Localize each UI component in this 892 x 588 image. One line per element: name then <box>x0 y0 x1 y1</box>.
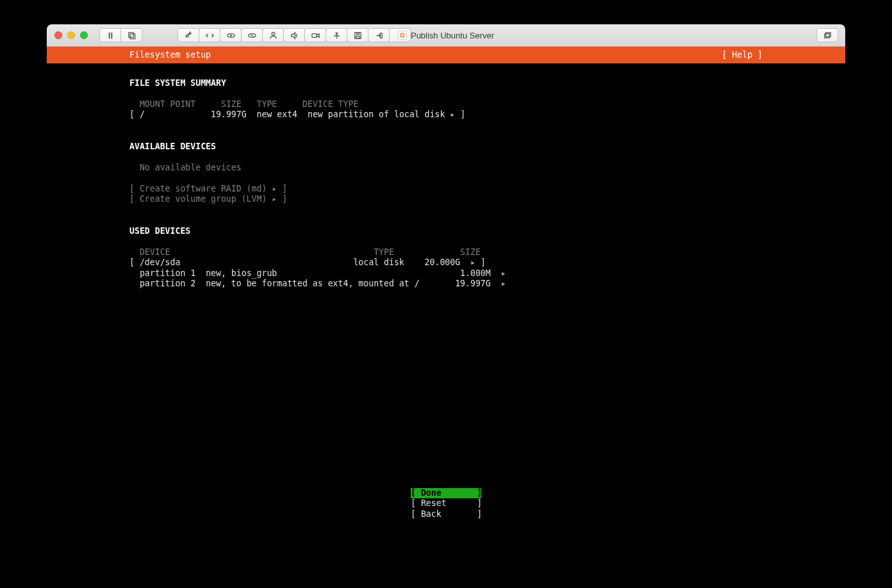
fullscreen-window-button[interactable] <box>80 31 88 39</box>
wrench-icon[interactable] <box>178 28 199 42</box>
col-devtype: DEVICE TYPE <box>302 99 358 109</box>
svg-rect-7 <box>356 36 359 38</box>
svg-rect-4 <box>311 33 317 37</box>
col-type: TYPE <box>257 99 277 109</box>
close-window-button[interactable] <box>54 31 62 39</box>
used-heading: USED DEVICES <box>129 226 190 236</box>
floppy-icon[interactable] <box>347 28 368 42</box>
code-icon[interactable] <box>199 28 220 42</box>
installer-content: FILE SYSTEM SUMMARY MOUNT POINT SIZE TYP… <box>47 63 845 290</box>
used-row-part2[interactable]: partition 2 new, to be formatted as ext4… <box>129 279 506 288</box>
used-row-sda[interactable]: [ /dev/sda local disk 20.000G ▸ ] <box>129 257 486 267</box>
disk2-icon[interactable] <box>241 28 263 42</box>
disk-icon[interactable] <box>220 28 242 42</box>
available-heading: AVAILABLE DEVICES <box>129 142 216 151</box>
vm-window: ⊡ Publish Ubuntu Server Filesystem setup… <box>47 24 845 527</box>
toolbar-group-pause <box>99 28 142 42</box>
usb-icon[interactable] <box>326 28 347 42</box>
used-row-part1[interactable]: partition 1 new, bios_grub 1.000M ▸ <box>129 268 506 278</box>
terminal[interactable]: Filesystem setup [ Help ] FILE SYSTEM SU… <box>47 47 845 527</box>
col-size2: SIZE <box>460 247 481 257</box>
svg-point-2 <box>230 35 231 36</box>
svg-rect-6 <box>356 32 359 34</box>
fs-summary-heading: FILE SYSTEM SUMMARY <box>129 78 226 88</box>
svg-rect-8 <box>380 33 382 38</box>
window-title: ⊡ Publish Ubuntu Server <box>398 31 494 40</box>
camera-icon[interactable] <box>304 28 326 42</box>
col-type2: TYPE <box>374 247 394 257</box>
installer-title: Filesystem setup <box>129 50 211 61</box>
titlebar: ⊡ Publish Ubuntu Server <box>47 24 845 47</box>
window-title-text: Publish Ubuntu Server <box>411 31 494 40</box>
svg-rect-1 <box>130 34 135 39</box>
no-devices: No available devices <box>140 163 242 172</box>
col-device: DEVICE <box>140 247 170 257</box>
svg-rect-9 <box>824 33 829 38</box>
traffic-lights <box>54 31 88 39</box>
pause-button[interactable] <box>99 28 121 42</box>
user-icon[interactable] <box>262 28 284 42</box>
col-mount: MOUNT POINT <box>140 99 195 109</box>
reset-button[interactable]: [ Reset ] <box>411 498 481 509</box>
multiwindow-icon[interactable] <box>816 28 838 42</box>
create-raid-button[interactable]: [ Create software RAID (md) ▸ ] <box>129 184 287 193</box>
col-size: SIZE <box>221 99 242 109</box>
snapshot-button[interactable] <box>120 28 142 42</box>
help-button[interactable]: [ Help ] <box>722 50 763 61</box>
minimize-window-button[interactable] <box>67 31 75 39</box>
done-button[interactable]: [ Done ] <box>411 488 481 499</box>
back-button[interactable]: [ Back ] <box>411 509 481 520</box>
toolbar-group-right <box>816 28 838 42</box>
bottom-buttons: [ Done ] [ Reset ] [ Back ] <box>47 488 845 520</box>
create-lvm-button[interactable]: [ Create volume group (LVM) ▸ ] <box>129 194 287 204</box>
app-badge-icon: ⊡ <box>398 31 407 40</box>
svg-rect-10 <box>825 32 830 37</box>
summary-row[interactable]: [ / 19.997G new ext4 new partition of lo… <box>129 110 465 119</box>
installer-header: Filesystem setup [ Help ] <box>47 47 845 63</box>
sound-icon[interactable] <box>283 28 305 42</box>
svg-point-3 <box>272 32 275 35</box>
toolbar-group-tools <box>178 28 410 42</box>
svg-rect-0 <box>128 32 133 37</box>
share-icon[interactable] <box>368 28 390 42</box>
